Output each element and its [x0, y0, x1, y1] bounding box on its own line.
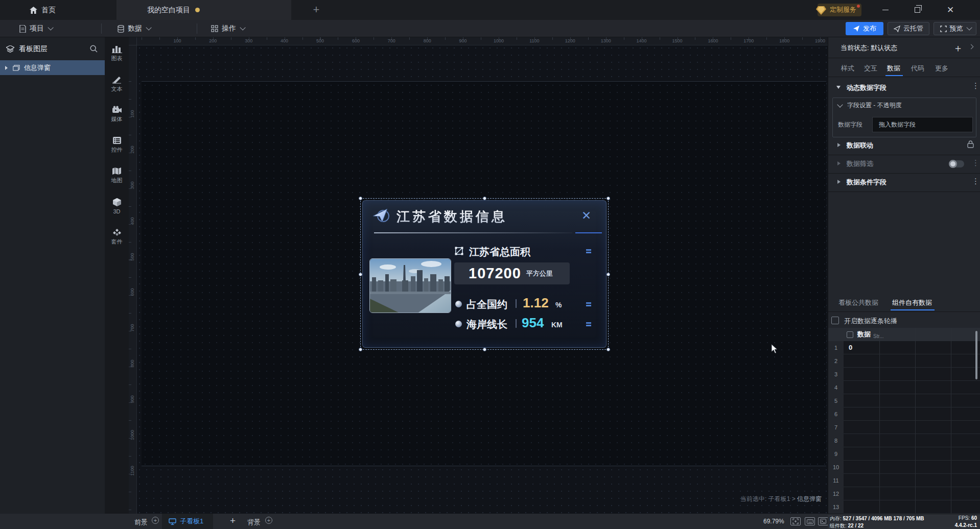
zoom-level[interactable]: 69.79% [763, 518, 784, 525]
resize-handle-sw[interactable] [359, 348, 362, 351]
menubar: 项目 数据 操作 发布 云托管 预览 [0, 20, 980, 37]
table-row[interactable]: 9 [828, 447, 980, 461]
foreground-button[interactable]: 前景 [134, 518, 148, 527]
restore-button[interactable] [906, 0, 928, 20]
expand-arrow-icon[interactable] [5, 66, 8, 70]
divider [828, 191, 980, 192]
resize-handle-nw[interactable] [359, 197, 362, 200]
table-scrollbar[interactable] [975, 331, 977, 379]
dock-item-kit[interactable]: 套件 [105, 228, 129, 255]
table-row[interactable]: 10 [828, 461, 980, 474]
table-row[interactable]: 12 [828, 487, 980, 500]
add-board-button[interactable]: + [230, 515, 236, 526]
lock-icon[interactable] [967, 140, 974, 148]
drag-handle-icon[interactable] [586, 322, 591, 326]
table-row[interactable]: 13 [828, 500, 980, 514]
new-tab-button[interactable]: + [309, 3, 323, 17]
filter-toggle[interactable] [949, 160, 964, 167]
drag-handle-icon[interactable] [586, 302, 591, 306]
vip-badge[interactable]: 定制服务 [815, 4, 861, 16]
fit-screen-icon[interactable] [790, 517, 801, 525]
publish-button[interactable]: 发布 [846, 22, 883, 35]
add-background-icon[interactable]: + [265, 517, 272, 524]
table-row[interactable]: 6 [828, 407, 980, 421]
menu-project[interactable]: 项目 [19, 20, 52, 37]
close-button[interactable]: ✕ [939, 0, 962, 20]
expand-arrow-icon[interactable] [837, 143, 841, 147]
ruler-label: 300 [245, 38, 252, 43]
chevron-down-icon [48, 25, 53, 30]
menu-actions-label: 操作 [222, 24, 236, 33]
home-button[interactable]: 首页 [30, 0, 56, 20]
dynamic-fields-section[interactable]: 动态数据字段 [847, 83, 886, 92]
resize-handle-e[interactable] [606, 273, 610, 276]
dock-item-widget[interactable]: 控件 [105, 136, 129, 163]
map-icon [112, 167, 122, 175]
minimize-button[interactable] [874, 0, 897, 20]
stat-value-area: 107200 平方公里 [454, 262, 570, 284]
table-row[interactable]: 7 [828, 421, 980, 434]
table-row[interactable]: 3 [828, 368, 980, 381]
resize-handle-ne[interactable] [606, 197, 610, 200]
table-row[interactable]: 11 [828, 474, 980, 487]
menu-actions[interactable]: 操作 [211, 20, 244, 37]
sub-board-tab[interactable]: 子看板1 [162, 514, 213, 529]
dock-item-map[interactable]: 地图 [105, 167, 129, 194]
table-row[interactable]: 4 [828, 381, 980, 394]
inspector-tab-2[interactable]: 交互 [864, 64, 877, 73]
background-button[interactable]: 背景 [247, 518, 261, 527]
resize-handle-se[interactable] [606, 348, 610, 351]
more-options-icon[interactable]: ⋮ [972, 177, 979, 186]
resize-handle-w[interactable] [359, 273, 362, 276]
add-state-button[interactable]: ＋ [953, 41, 963, 55]
more-options-icon[interactable]: ⋮ [972, 81, 979, 90]
chevron-down-icon[interactable] [837, 102, 843, 107]
mouse-cursor [771, 344, 778, 354]
table-row[interactable]: 8 [828, 434, 980, 447]
data-filter-section[interactable]: 数据筛选 [847, 159, 873, 169]
expand-arrow-icon[interactable] [837, 180, 841, 184]
inspector-tab-3[interactable]: 数据 [887, 64, 900, 73]
table-row[interactable]: 2 [828, 354, 980, 368]
field-drop-input[interactable]: 拖入数据字段 [872, 117, 973, 132]
canvas-area[interactable]: 1002003004005006007008009001000110012001… [129, 37, 828, 514]
paper-plane-logo-icon [372, 207, 391, 224]
inspector-tab-5[interactable]: 更多 [935, 64, 948, 73]
ruler-label: 600 [130, 286, 135, 298]
project-tab[interactable]: 我的空白项目 [116, 0, 291, 20]
add-foreground-icon[interactable]: + [152, 517, 159, 524]
tab-component-own-data[interactable]: 组件自有数据 [892, 298, 932, 307]
menu-data[interactable]: 数据 [118, 20, 150, 37]
layer-item-info-popup[interactable]: 信息弹窗 [0, 60, 105, 75]
dock-item-cube[interactable]: 3D [105, 198, 129, 224]
table-row[interactable]: 5 [828, 394, 980, 407]
resize-handle-n[interactable] [483, 197, 486, 200]
drag-handle-icon[interactable] [586, 249, 591, 253]
resize-handle-s[interactable] [483, 348, 486, 351]
inspector-tab-1[interactable]: 样式 [841, 64, 854, 73]
header-checkbox[interactable] [847, 331, 853, 338]
ruler-label: 800 [424, 38, 431, 43]
popup-close-icon[interactable]: ✕ [581, 209, 591, 223]
console-icon[interactable] [818, 517, 828, 525]
inspector-tab-4[interactable]: 代码 [911, 64, 924, 73]
collapse-arrow-icon[interactable] [836, 86, 841, 89]
cloud-host-button[interactable]: 云托管 [888, 22, 929, 35]
layers-panel: 看板图层 信息弹窗 [0, 37, 105, 514]
data-linkage-section[interactable]: 数据联动 [847, 141, 873, 150]
tab-board-shared-data[interactable]: 看板公共数据 [838, 298, 878, 307]
more-options-icon[interactable]: ⋮ [972, 158, 979, 167]
table-row[interactable]: 10 [828, 341, 980, 354]
info-popup-component[interactable]: 江苏省数据信息 ✕ [362, 200, 606, 348]
chevron-right-icon[interactable] [969, 44, 974, 50]
dock-item-text[interactable]: 文本 [105, 75, 129, 102]
dock-item-chart[interactable]: 图表 [105, 44, 129, 71]
expand-arrow-icon[interactable] [837, 161, 841, 165]
search-icon[interactable] [90, 45, 98, 53]
dock-item-media[interactable]: 媒体 [105, 106, 129, 132]
keyboard-shortcuts-icon[interactable] [805, 517, 815, 525]
preview-button[interactable]: 预览 [934, 22, 976, 35]
data-source-tabs: 看板公共数据 组件自有数据 [828, 293, 980, 312]
data-condition-section[interactable]: 数据条件字段 [847, 178, 886, 187]
carousel-checkbox[interactable] [831, 317, 839, 324]
